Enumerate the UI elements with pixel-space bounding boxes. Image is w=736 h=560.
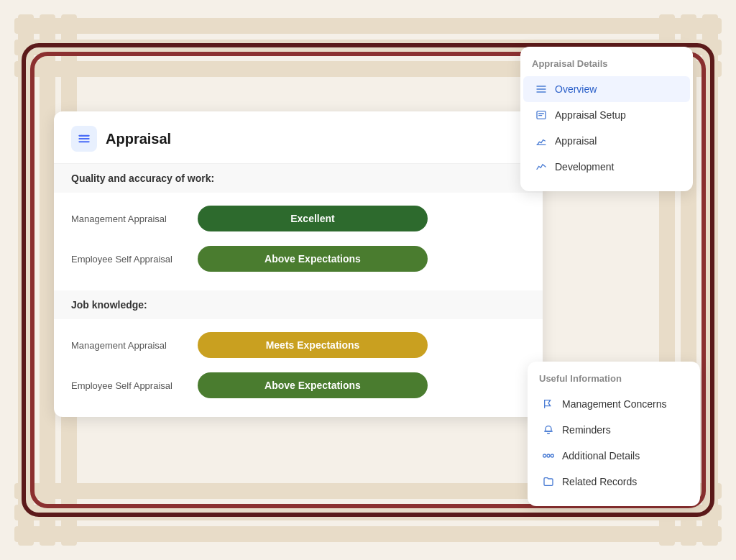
section-quality-rows: Management Appraisal Excellent Employee … bbox=[54, 193, 543, 290]
panel-item-management-concerns[interactable]: Management Concerns bbox=[530, 391, 697, 417]
employee-appraisal-row-2: Employee Self Appraisal Above Expectatio… bbox=[71, 365, 525, 405]
details-icon bbox=[542, 449, 555, 462]
additional-details-label: Additional Details bbox=[562, 450, 640, 462]
management-appraisal-row-2: Management Appraisal Meets Expectations bbox=[71, 325, 525, 365]
panel-item-appraisal[interactable]: Appraisal bbox=[523, 128, 690, 154]
appraisal-nav-label: Appraisal bbox=[555, 135, 597, 147]
management-appraisal-label-2: Management Appraisal bbox=[71, 340, 186, 351]
reminders-label: Reminders bbox=[562, 424, 611, 436]
employee-appraisal-label-1: Employee Self Appraisal bbox=[71, 254, 186, 265]
setup-icon bbox=[535, 109, 548, 121]
management-concerns-label: Management Concerns bbox=[562, 398, 667, 410]
meets-expectations-badge[interactable]: Meets Expectations bbox=[198, 332, 428, 358]
development-label: Development bbox=[555, 161, 615, 173]
overview-icon bbox=[535, 83, 548, 96]
employee-appraisal-label-2: Employee Self Appraisal bbox=[71, 380, 186, 391]
svg-point-12 bbox=[547, 454, 550, 457]
appraisal-title: Appraisal bbox=[106, 131, 171, 147]
panel-item-related-records[interactable]: Related Records bbox=[530, 469, 697, 495]
panel-item-appraisal-setup[interactable]: Appraisal Setup bbox=[523, 102, 690, 128]
appraisal-details-panel: Appraisal Details Overview Appr bbox=[520, 47, 693, 191]
svg-point-13 bbox=[543, 454, 546, 457]
appraisal-card: Appraisal Quality and accuracy of work: … bbox=[54, 111, 543, 417]
flag-icon bbox=[542, 398, 555, 410]
bell-icon bbox=[542, 423, 555, 436]
above-expectations-badge-2[interactable]: Above Expectations bbox=[198, 372, 428, 398]
employee-appraisal-row-1: Employee Self Appraisal Above Expectatio… bbox=[71, 239, 525, 279]
overview-label: Overview bbox=[555, 83, 597, 95]
folder-icon bbox=[542, 475, 555, 488]
management-appraisal-row-1: Management Appraisal Excellent bbox=[71, 198, 525, 239]
svg-point-14 bbox=[551, 454, 553, 457]
above-expectations-badge-1[interactable]: Above Expectations bbox=[198, 246, 428, 272]
section-quality-header: Quality and accuracy of work: bbox=[54, 164, 543, 193]
development-icon bbox=[535, 160, 548, 173]
appraisal-nav-icon bbox=[535, 134, 548, 147]
panel-item-additional-details[interactable]: Additional Details bbox=[530, 443, 697, 469]
panel-item-overview[interactable]: Overview bbox=[523, 76, 690, 102]
list-icon bbox=[77, 132, 91, 146]
panel-item-development[interactable]: Development bbox=[523, 154, 690, 180]
appraisal-header: Appraisal bbox=[54, 111, 543, 164]
panel-item-reminders[interactable]: Reminders bbox=[530, 417, 697, 443]
appraisal-details-title: Appraisal Details bbox=[520, 58, 693, 76]
useful-info-panel: Useful Information Management Concerns R… bbox=[528, 362, 700, 506]
related-records-label: Related Records bbox=[562, 476, 637, 487]
section-job-knowledge-header: Job knowledge: bbox=[54, 290, 543, 319]
excellent-badge[interactable]: Excellent bbox=[198, 206, 428, 231]
appraisal-icon-box bbox=[71, 126, 97, 152]
section-job-knowledge-rows: Management Appraisal Meets Expectations … bbox=[54, 319, 543, 417]
management-appraisal-label-1: Management Appraisal bbox=[71, 214, 186, 224]
appraisal-setup-label: Appraisal Setup bbox=[555, 109, 626, 121]
useful-info-title: Useful Information bbox=[528, 373, 700, 391]
